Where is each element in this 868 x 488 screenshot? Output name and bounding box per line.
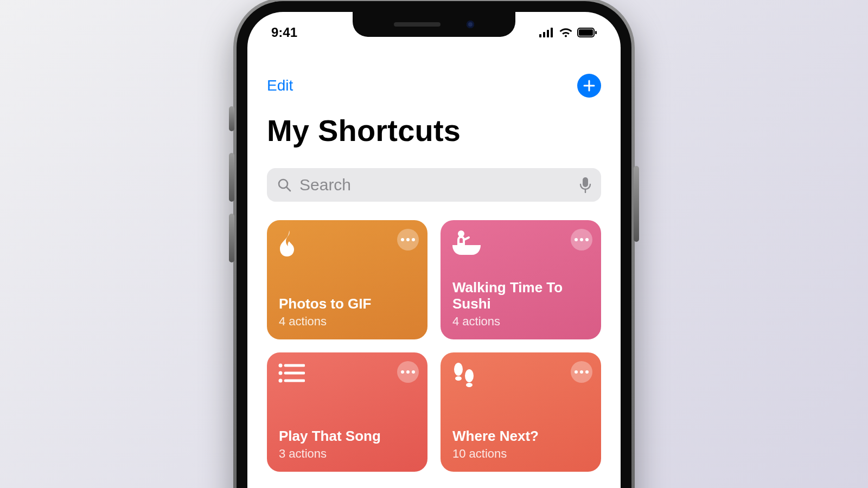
volume-up-button bbox=[229, 153, 234, 202]
backdrop: 9:41 bbox=[0, 0, 868, 488]
svg-rect-5 bbox=[579, 29, 593, 36]
status-bar: 9:41 bbox=[247, 22, 621, 43]
mic-icon[interactable] bbox=[579, 177, 591, 193]
edit-button[interactable]: Edit bbox=[267, 77, 293, 94]
plus-icon bbox=[583, 79, 596, 92]
svg-rect-0 bbox=[539, 34, 541, 37]
iphone-frame: 9:41 bbox=[233, 0, 635, 488]
power-button bbox=[634, 166, 639, 242]
nav-bar: Edit bbox=[247, 69, 621, 102]
screen: 9:41 bbox=[247, 12, 621, 488]
more-button[interactable] bbox=[571, 361, 592, 383]
tile-title: Photos to GIF bbox=[279, 296, 416, 312]
list-icon bbox=[278, 362, 305, 384]
tile-subtitle: 4 actions bbox=[452, 314, 589, 329]
wifi-icon bbox=[559, 28, 573, 37]
shortcut-tile-photos-to-gif[interactable]: Photos to GIF 4 actions bbox=[267, 220, 427, 339]
tile-title: Play That Song bbox=[279, 428, 416, 445]
more-button[interactable] bbox=[397, 361, 419, 383]
more-button[interactable] bbox=[397, 229, 419, 251]
tile-subtitle: 4 actions bbox=[279, 314, 416, 329]
svg-point-18 bbox=[454, 363, 463, 376]
svg-rect-6 bbox=[595, 31, 597, 34]
tile-subtitle: 10 actions bbox=[452, 447, 589, 461]
cellular-icon bbox=[539, 28, 554, 37]
status-time: 9:41 bbox=[271, 25, 297, 40]
flame-icon bbox=[278, 230, 301, 257]
more-button[interactable] bbox=[571, 229, 592, 251]
search-field[interactable]: Search bbox=[267, 168, 601, 202]
shortcut-tile-walking-time-to-sushi[interactable]: Walking Time To Sushi 4 actions bbox=[441, 220, 601, 339]
search-icon bbox=[277, 177, 292, 192]
shortcut-tile-where-next[interactable]: Where Next? 10 actions bbox=[441, 352, 601, 472]
svg-rect-1 bbox=[543, 32, 545, 37]
svg-point-19 bbox=[455, 376, 462, 381]
shortcut-tile-play-that-song[interactable]: Play That Song 3 actions bbox=[267, 352, 427, 472]
svg-point-16 bbox=[279, 379, 283, 383]
tile-title: Walking Time To Sushi bbox=[452, 280, 589, 312]
tile-subtitle: 3 actions bbox=[279, 447, 416, 461]
bathtub-icon bbox=[451, 230, 482, 257]
mute-switch bbox=[229, 106, 234, 131]
svg-point-20 bbox=[465, 369, 474, 382]
volume-down-button bbox=[229, 214, 234, 262]
svg-rect-3 bbox=[551, 28, 553, 37]
shortcuts-grid: Photos to GIF 4 actions Walking Time To … bbox=[267, 220, 601, 472]
add-button[interactable] bbox=[577, 74, 601, 98]
battery-icon bbox=[577, 28, 597, 37]
tile-title: Where Next? bbox=[452, 428, 589, 445]
svg-point-21 bbox=[466, 383, 473, 387]
svg-rect-9 bbox=[583, 177, 588, 187]
footsteps-icon bbox=[451, 362, 476, 389]
search-placeholder: Search bbox=[299, 176, 572, 194]
svg-point-12 bbox=[279, 364, 283, 368]
page-title: My Shortcuts bbox=[267, 113, 461, 148]
svg-line-8 bbox=[286, 187, 290, 191]
svg-rect-2 bbox=[547, 30, 549, 37]
svg-point-14 bbox=[279, 371, 283, 375]
